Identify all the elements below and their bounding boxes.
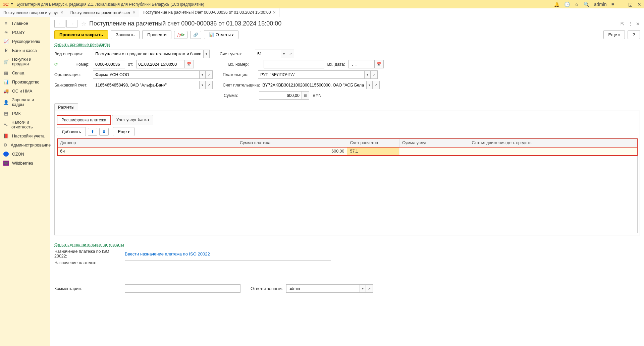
sidebar-label: Склад [12,71,24,75]
post-button[interactable]: Провести [142,30,172,39]
sidebar-item-ozon[interactable]: OOZON [0,150,50,159]
post-close-button[interactable]: Провести и закрыть [54,30,108,39]
tab-close-icon[interactable]: ✕ [132,10,136,15]
sidebar-item-manager[interactable]: 📈Руководителю [0,37,50,46]
cell-settlement-acc[interactable]: 57.1 [347,147,399,156]
org-field[interactable] [93,70,200,79]
history-icon[interactable]: 🕑 [564,2,570,7]
refresh-icon[interactable]: ⟳ [54,62,58,67]
hide-extra-link[interactable]: Скрыть дополнительные реквизиты [54,242,124,247]
dropdown-icon[interactable]: ▾ [367,81,373,89]
link-icon[interactable]: ⇱ [621,21,625,26]
bell-icon[interactable]: 🔔 [554,2,559,7]
calculator-icon[interactable]: ▦ [302,91,309,100]
sidebar-item-production[interactable]: 📊Производство [0,77,50,86]
sidebar-item-warehouse[interactable]: ▦Склад [0,68,50,77]
sidebar-item-bank[interactable]: ₽Банк и касса [0,46,50,55]
table-row[interactable]: бн 600,00 57.1 [57,147,637,156]
open-icon[interactable]: ↗ [287,50,294,58]
payer-acc-field[interactable] [260,81,367,89]
sum-field[interactable] [259,91,302,100]
sidebar-item-sales[interactable]: 🛒Покупки и продажи [0,55,50,68]
close-page-icon[interactable]: ✕ [636,21,640,26]
open-icon[interactable]: ↗ [366,284,373,293]
write-button[interactable]: Записать [111,30,140,39]
responsible-field[interactable] [286,284,360,293]
sidebar-item-poby[interactable]: ✳PO.BY [0,28,50,37]
help-button[interactable]: ? [628,30,640,39]
sidebar-item-hr[interactable]: 👤Зарплата и кадры [0,96,50,109]
table-empty-area[interactable] [57,156,637,233]
in-date-field[interactable] [348,60,375,68]
forward-button[interactable]: → [66,20,77,27]
open-icon[interactable]: ↗ [373,81,380,89]
favorite-icon[interactable]: ☆ [81,20,87,27]
sidebar-item-admin[interactable]: ⚙Администрирование [0,140,50,150]
tab-goods-receipt[interactable]: Поступление товаров и услуг ✕ [0,8,67,17]
col-cash-flow[interactable]: Статья движения ден. средств [469,139,637,147]
section-tab-calculations[interactable]: Расчеты [54,103,78,111]
dropdown-icon[interactable]: ▾ [281,50,287,58]
bank-acc-field[interactable] [93,81,200,89]
star-icon[interactable]: ☆ [575,2,579,7]
calendar-icon[interactable]: 📅 [185,60,194,68]
open-icon[interactable]: ↗ [206,70,213,79]
comment-field[interactable] [125,284,240,293]
sidebar-item-settings[interactable]: 📕Настройки учета [0,131,50,140]
minimize-icon[interactable]: — [619,2,624,7]
tab-close-icon[interactable]: ✕ [273,10,276,15]
in-number-field[interactable] [264,60,324,68]
dropdown-icon[interactable]: ▾ [365,70,371,79]
move-up-button[interactable]: ⬆ [88,128,97,136]
open-icon[interactable]: ↗ [371,70,378,79]
purpose-textarea[interactable] [125,261,331,282]
more-icon[interactable]: ⋮ [628,21,633,26]
add-button[interactable]: Добавить [57,127,86,136]
tab-payment-details[interactable]: Расшифровка платежа [57,115,111,125]
tab-bank-receipt-list[interactable]: Поступление на расчетный счет ✕ [67,8,140,17]
hamburger-icon[interactable]: ≡ [11,2,13,7]
search-icon[interactable]: 🔍 [584,2,589,7]
dropdown-icon[interactable]: ▾ [200,81,206,89]
reports-button[interactable]: 📊 Отчеты [204,30,238,39]
payer-field[interactable] [258,70,365,79]
cell-contract[interactable]: бн [57,147,237,156]
sidebar-item-rmk[interactable]: ▤РМК [0,109,50,118]
cell-cash-flow[interactable] [469,147,637,156]
more-button[interactable]: Еще [603,30,625,39]
back-button[interactable]: ← [54,20,65,27]
dropdown-icon[interactable]: ▾ [200,70,206,79]
calendar-icon[interactable]: 📅 [375,60,384,68]
col-settlement-acc[interactable]: Счет расчетов [347,139,399,147]
table-more-button[interactable]: Еще [113,127,134,136]
col-contract[interactable]: Договор [57,139,237,147]
iso-link[interactable]: Ввести назначение платежа по ISO 20022 [125,251,210,256]
open-icon[interactable]: ↗ [206,81,213,89]
sidebar-item-taxes[interactable]: ᴬᵧНалоги и отчетность [0,118,50,131]
dropdown-icon[interactable]: ▾ [204,50,210,58]
sidebar-item-assets[interactable]: 🚚ОС и НМА [0,86,50,96]
sidebar-item-main[interactable]: ≡Главное [0,19,50,28]
op-type-field[interactable] [93,50,204,58]
tab-bank-services[interactable]: Учет услуг банка [112,115,154,125]
number-field[interactable] [93,60,125,68]
user-label[interactable]: admin [594,2,607,7]
cell-payment-sum[interactable]: 600,00 [237,147,347,156]
date-field[interactable] [136,60,185,68]
col-payment-sum[interactable]: Сумма платежа [237,139,347,147]
cell-service-sum[interactable] [399,147,469,156]
close-icon[interactable]: ✕ [637,2,641,7]
settings-icon[interactable]: ≡ [611,2,614,7]
restore-icon[interactable]: ◱ [628,2,633,7]
move-down-button[interactable]: ⬇ [99,128,109,136]
hide-main-link[interactable]: Скрыть основные реквизиты [54,42,110,47]
tab-bank-receipt-doc[interactable]: Поступление на расчетный счет 0000-00003… [139,8,279,17]
account-field[interactable] [255,50,281,58]
tab-label: Поступление на расчетный счет [70,10,131,15]
dtct-button[interactable]: ДтКт [174,31,187,39]
dropdown-icon[interactable]: ▾ [360,284,366,293]
tab-close-icon[interactable]: ✕ [60,10,63,15]
structure-button[interactable]: 🔗 [190,31,201,39]
col-service-sum[interactable]: Сумма услуг [399,139,469,147]
sidebar-item-wildberries[interactable]: WWildberries [0,159,50,168]
